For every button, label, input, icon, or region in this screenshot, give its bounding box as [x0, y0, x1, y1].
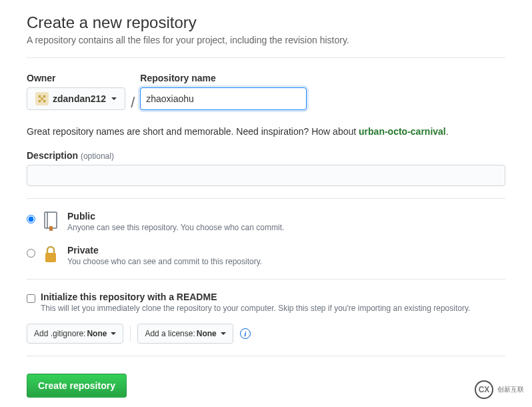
- private-title: Private: [67, 245, 99, 256]
- svg-rect-0: [39, 95, 41, 98]
- public-desc: Anyone can see this repository. You choo…: [67, 223, 284, 232]
- description-label: Description (optional): [27, 150, 114, 161]
- optional-text: (optional): [81, 151, 114, 161]
- public-radio[interactable]: [27, 215, 35, 224]
- lock-icon: [42, 245, 61, 267]
- dropdown-separator: [130, 326, 131, 342]
- svg-rect-4: [43, 100, 46, 103]
- name-suggestion-link[interactable]: urban-octo-carnival: [359, 126, 446, 137]
- divider: [27, 356, 505, 356]
- divider: [27, 279, 505, 280]
- owner-label: Owner: [27, 73, 125, 83]
- owner-repo-separator: /: [125, 91, 140, 114]
- repo-name-label: Repository name: [140, 73, 307, 83]
- repo-name-input[interactable]: [140, 87, 307, 110]
- private-radio[interactable]: [27, 249, 35, 258]
- owner-username: zdandan212: [53, 93, 106, 104]
- gitignore-dropdown[interactable]: Add .gitignore: None: [27, 324, 123, 344]
- license-info-icon[interactable]: i: [240, 328, 251, 339]
- svg-rect-3: [39, 100, 41, 103]
- divider: [27, 198, 505, 199]
- svg-rect-5: [45, 212, 57, 228]
- caret-down-icon: [221, 332, 226, 335]
- svg-rect-8: [45, 253, 56, 262]
- readme-desc: This will let you immediately clone the …: [41, 304, 470, 313]
- readme-title: Initialize this repository with a README: [41, 292, 217, 302]
- private-desc: You choose who can see and commit to thi…: [67, 257, 262, 266]
- owner-select-button[interactable]: zdandan212: [27, 87, 125, 110]
- repo-name-hint: Great repository names are short and mem…: [27, 126, 505, 137]
- divider: [27, 57, 505, 58]
- watermark-text: 创新互联: [497, 385, 524, 394]
- description-input[interactable]: [27, 165, 505, 186]
- readme-checkbox[interactable]: [27, 294, 35, 303]
- svg-rect-2: [41, 97, 43, 100]
- page-subtitle: A repository contains all the files for …: [27, 35, 505, 45]
- repo-public-icon: [42, 211, 61, 233]
- watermark-logo-icon: CX: [475, 380, 493, 399]
- create-repository-button[interactable]: Create repository: [27, 374, 127, 398]
- public-title: Public: [67, 211, 95, 222]
- caret-down-icon: [111, 332, 116, 335]
- owner-avatar-icon: [35, 92, 49, 105]
- page-title: Create a new repository: [27, 13, 505, 32]
- svg-rect-1: [43, 95, 46, 98]
- svg-rect-7: [49, 226, 53, 231]
- caret-down-icon: [111, 97, 117, 100]
- watermark: CX 创新互联: [475, 380, 524, 399]
- license-dropdown[interactable]: Add a license: None: [137, 324, 233, 344]
